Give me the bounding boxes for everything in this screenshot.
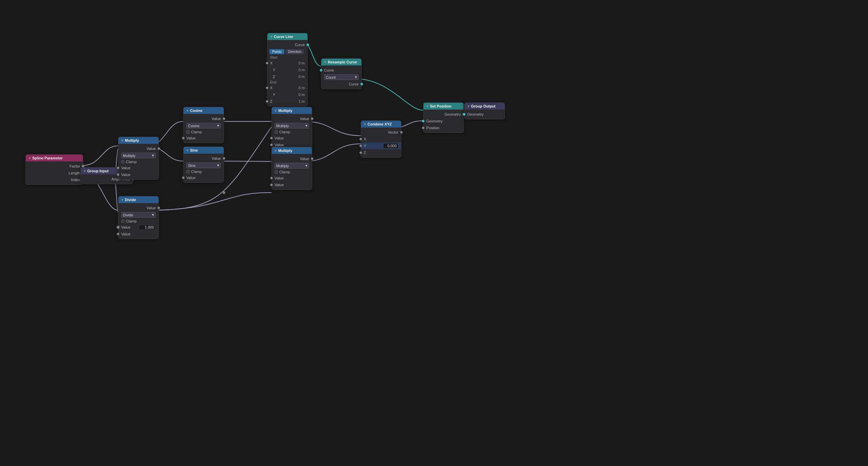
divide-dropdown-row[interactable]: Divide ▾ <box>118 211 158 218</box>
xyz-y-socket[interactable] <box>359 144 362 147</box>
mult-mid2-mode-value: Multiply <box>276 164 289 168</box>
cosine-value-in-label: Value <box>186 136 195 140</box>
end-y-row: Y 0 m <box>267 91 307 98</box>
mult-mid1-dropdown-row[interactable]: Multiply ▾ <box>272 122 312 129</box>
chevron-icon-8: ∨ <box>121 198 124 201</box>
mult-mid2-value-out-socket[interactable] <box>311 157 314 160</box>
resample-curve-in-row: Curve <box>321 67 361 74</box>
conn-divide-multiply2 <box>147 193 271 210</box>
mult-top-dropdown-row[interactable]: Multiply ▾ <box>118 152 158 159</box>
end-x-row: X 0 m <box>267 84 307 91</box>
xyz-vector-out-socket[interactable] <box>400 131 403 134</box>
mult-mid2-v1-socket[interactable] <box>270 177 273 179</box>
sine-clamp-checkbox[interactable] <box>186 170 190 173</box>
group-input-title: Group Input <box>87 169 109 173</box>
divide-value-out-socket[interactable] <box>157 207 160 209</box>
curveline-curve-socket[interactable] <box>306 43 309 46</box>
multiply-top-title: Multiply <box>125 138 139 142</box>
divide-v1-label: Value <box>121 225 130 229</box>
resample-dropdown-row[interactable]: Count ▾ <box>321 74 361 81</box>
mult-mid1-v1-socket[interactable] <box>270 137 273 139</box>
mult-top-mode-dropdown[interactable]: Multiply ▾ <box>121 153 156 158</box>
resample-curve-header: ∨ Resample Curve <box>321 59 361 65</box>
divide-node: ∨ Divide Value Divide ▾ Clamp Value Valu… <box>118 196 159 239</box>
xyz-y-label: Y <box>364 144 366 148</box>
mult-top-value-out-socket[interactable] <box>157 147 160 150</box>
set-position-body: Geometry Geometry Position <box>423 110 464 133</box>
set-position-node: ∨ Set Position Geometry Geometry Positio… <box>423 102 464 133</box>
divide-value1-input[interactable] <box>139 225 156 230</box>
tab-direction[interactable]: Direction <box>285 49 304 54</box>
end-x-label: X <box>270 86 272 90</box>
divide-v2-label: Value <box>121 232 130 236</box>
cosine-clamp-row: Clamp <box>184 129 224 135</box>
groupout-geom-socket[interactable] <box>463 113 466 116</box>
sine-header: ∨ Sine <box>184 147 224 154</box>
mult-top-v2-socket[interactable] <box>117 173 119 176</box>
mult-top-v1-label: Value <box>121 166 130 170</box>
divide-value2-row: Value <box>118 231 158 237</box>
divide-mode-dropdown[interactable]: Divide ▾ <box>121 212 156 218</box>
end-y-label: Y <box>270 93 275 97</box>
resample-mode-dropdown[interactable]: Count ▾ <box>324 74 359 80</box>
chevron-icon: ∨ <box>29 156 31 160</box>
sine-dropdown-row[interactable]: Sine ▾ <box>184 162 224 169</box>
set-position-title: Set Position <box>430 104 452 108</box>
cosine-clamp-checkbox[interactable] <box>186 130 190 134</box>
mult-mid1-clamp-label: Clamp <box>279 130 290 134</box>
start-y-label: Y <box>270 68 275 72</box>
xyz-x-socket[interactable] <box>359 138 362 140</box>
cosine-v-socket[interactable] <box>182 137 185 139</box>
mult-mid1-v1-row: Value <box>272 135 312 141</box>
combine-xyz-body: Vector X Y Z <box>361 128 401 157</box>
cosine-dropdown-row[interactable]: Cosine ▾ <box>184 122 224 129</box>
mult-mid2-clamp-label: Clamp <box>279 170 290 174</box>
multiply-mid2-header: ∨ Multiply <box>272 147 312 154</box>
start-y-value: 0 m <box>299 68 305 72</box>
mult-mid2-v2-socket[interactable] <box>270 183 273 186</box>
sine-mode-dropdown[interactable]: Sine ▾ <box>186 162 221 168</box>
mult-mid2-clamp-checkbox[interactable] <box>275 170 278 174</box>
end-z-socket[interactable] <box>266 100 268 103</box>
cosine-value-out-socket[interactable] <box>223 117 225 120</box>
sine-v-socket[interactable] <box>182 176 185 179</box>
dropdown-arrow: ▾ <box>355 75 357 79</box>
mult-mid2-dropdown-row[interactable]: Multiply ▾ <box>272 162 312 169</box>
start-x-socket[interactable] <box>266 62 268 64</box>
setpos-geom-in-socket[interactable] <box>422 120 424 122</box>
setpos-pos-socket[interactable] <box>422 127 424 129</box>
divide-v1-socket[interactable] <box>116 225 120 229</box>
xyz-z-socket[interactable] <box>359 151 362 154</box>
mult-mid1-mode-dropdown[interactable]: Multiply ▾ <box>275 123 309 129</box>
resample-curve-out-socket[interactable] <box>360 83 363 85</box>
resample-curve-in-socket[interactable] <box>320 69 322 72</box>
cosine-mode-dropdown[interactable]: Cosine ▾ <box>186 123 221 129</box>
mult-mid1-v2-socket[interactable] <box>270 143 273 146</box>
end-z-value: 1 m <box>299 99 305 103</box>
mult-top-clamp-checkbox[interactable] <box>121 160 125 163</box>
sine-value-out-row: Value <box>184 155 224 162</box>
divide-clamp-checkbox[interactable] <box>121 219 125 223</box>
mult-mid1-value-out-socket[interactable] <box>311 117 314 120</box>
spline-parameter-header: ∨ Spline Parameter <box>26 155 83 161</box>
mult-top-clamp-label: Clamp <box>126 160 137 164</box>
end-x-socket[interactable] <box>266 86 268 89</box>
resample-curve-body: Curve Count ▾ Curve <box>321 65 361 89</box>
multiply-mid2-title: Multiply <box>278 149 293 153</box>
tab-points[interactable]: Points <box>269 49 284 54</box>
mult-top-v1-socket[interactable] <box>117 167 119 169</box>
sine-body: Value Sine ▾ Clamp Value <box>184 154 224 182</box>
mult-mid2-value-out-row: Value <box>272 155 312 162</box>
mult-mid2-clamp-row: Clamp <box>272 169 312 175</box>
sine-value-out-socket[interactable] <box>223 157 225 160</box>
divide-header: ∨ Divide <box>118 196 158 203</box>
resample-curve-out-row: Curve <box>321 81 361 88</box>
end-label: End: <box>267 80 307 84</box>
sine-mode-value: Sine <box>188 163 195 168</box>
divide-v2-socket[interactable] <box>117 233 119 235</box>
mult-mid2-mode-dropdown[interactable]: Multiply ▾ <box>275 163 309 169</box>
chevron-icon-9: ∨ <box>275 109 277 112</box>
mult-mid1-clamp-checkbox[interactable] <box>275 130 278 134</box>
xyz-y-value[interactable] <box>383 143 398 149</box>
multiply-mid1-body: Value Multiply ▾ Clamp Value Value <box>272 114 312 150</box>
